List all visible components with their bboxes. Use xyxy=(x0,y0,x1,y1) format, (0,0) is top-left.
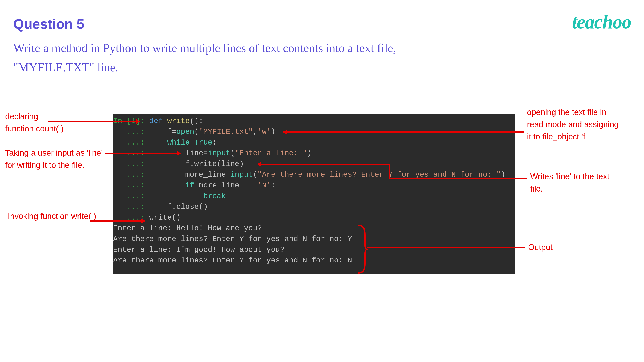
code-text: == xyxy=(244,181,253,190)
output-line: Are there more lines? Enter Y for yes an… xyxy=(113,256,352,265)
code-text: f.write(line) xyxy=(185,160,244,168)
keyword-break: break xyxy=(203,192,226,201)
code-text: more_line xyxy=(185,170,226,179)
annotation-open-file: opening the text file in read mode and a… xyxy=(527,106,624,143)
keyword-while: while xyxy=(167,138,190,147)
arrow-icon xyxy=(388,164,390,179)
arrow-icon xyxy=(283,131,524,132)
string-literal: 'w' xyxy=(258,128,271,136)
builtin-open: open xyxy=(176,128,194,136)
continuation-prompt: ...: xyxy=(113,181,145,190)
output-line: Enter a line: I'm good! How about you? xyxy=(113,246,284,254)
code-text: f.close() xyxy=(167,203,208,211)
arrow-icon xyxy=(105,153,180,154)
annotation-output: Output xyxy=(528,241,552,254)
string-literal: 'N' xyxy=(258,181,271,190)
continuation-prompt: ...: xyxy=(113,160,145,168)
arrow-icon xyxy=(367,247,525,248)
arrow-icon xyxy=(388,178,527,179)
code-text: write() xyxy=(149,213,181,222)
arrow-icon xyxy=(90,220,145,222)
code-text: f xyxy=(167,128,172,136)
output-line: Are there more lines? Enter Y for yes an… xyxy=(113,235,352,243)
bracket-icon xyxy=(358,224,368,275)
code-text: (): xyxy=(190,117,203,125)
question-title: Question 5 xyxy=(13,16,84,32)
string-literal: "Enter a line: " xyxy=(235,149,307,158)
continuation-prompt: ...: xyxy=(113,203,145,211)
function-name: write xyxy=(167,117,190,125)
continuation-prompt: ...: xyxy=(113,138,145,147)
annotation-declare: declaring function count( ) xyxy=(5,110,64,135)
continuation-prompt: ...: xyxy=(113,170,145,179)
keyword-def: def xyxy=(149,117,163,125)
builtin-input: input xyxy=(230,170,253,179)
annotation-invoke: Invoking function write( ) xyxy=(8,210,98,222)
string-literal: "MYFILE.txt" xyxy=(199,128,253,136)
annotation-input-line: Taking a user input as 'line' for writin… xyxy=(5,147,104,171)
arrow-icon xyxy=(48,121,140,122)
builtin-input: input xyxy=(208,149,230,158)
code-block: In [1]: def write(): ...: f=open("MYFILE… xyxy=(113,114,514,274)
continuation-prompt: ...: xyxy=(113,128,145,136)
code-text: line xyxy=(185,149,203,158)
code-text: more_line xyxy=(199,181,239,190)
continuation-prompt: ...: xyxy=(113,192,145,201)
keyword-true: True xyxy=(194,138,212,147)
annotation-write-line: Writes 'line' to the text file. xyxy=(530,170,616,195)
brand-logo: teachoo xyxy=(572,11,631,33)
question-text: Write a method in Python to write multip… xyxy=(13,39,464,77)
arrow-icon xyxy=(258,164,390,165)
output-line: Enter a line: Hello! How are you? xyxy=(113,224,262,233)
keyword-if: if xyxy=(185,181,194,190)
